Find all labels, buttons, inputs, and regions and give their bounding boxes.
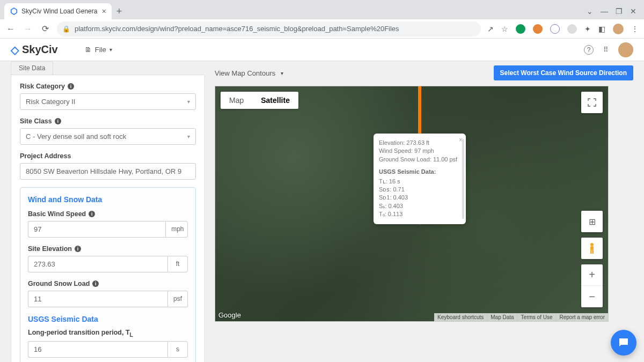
usgs-title: USGS Seismic Data [28,315,188,323]
minimize-icon[interactable]: — [601,7,608,16]
user-avatar[interactable] [618,42,633,57]
info-icon[interactable]: i [75,246,81,252]
keyboard-shortcuts[interactable]: Keyboard shortcuts [434,313,487,321]
url-text: platform.skyciv.com/design/wind?preload_… [75,25,399,33]
zoom-controls: + − [581,264,603,307]
terms-link[interactable]: Terms of Use [517,313,556,321]
wind-snow-title: Wind and Snow Data [28,195,188,204]
chevron-down-icon[interactable]: ⌄ [587,7,593,16]
risk-category-select[interactable]: Risk Category II▾ [20,93,196,110]
ground-snow-input[interactable] [28,291,167,307]
logo[interactable]: ◇ SkyCiv [11,43,58,56]
site-class-label: Site Class i [20,117,196,125]
ground-snow-label: Ground Snow Load i [28,280,188,287]
window-controls: ⌄ — ❐ ✕ [587,7,644,16]
site-elevation-input[interactable] [28,256,167,272]
select-worst-case-button[interactable]: Select Worst Case Wind Source Direction [494,65,633,80]
site-class-select[interactable]: C - Very dense soil and soft rock▾ [20,128,196,145]
map[interactable]: Map Satellite × Elevation: 273.63 ft Win… [215,86,609,322]
map-type-satellite[interactable]: Satellite [252,92,298,109]
tab-site-data[interactable]: Site Data [11,61,53,75]
info-ground-snow: Ground Snow Load: 11.00 psf [379,156,459,164]
chevron-down-icon: ▾ [109,47,112,53]
browser-chrome: SkyCiv Wind Load Genera × + ⌄ — ❐ ✕ ← → … [0,0,644,39]
logo-mark-icon: ◇ [11,43,19,56]
risk-category-label: Risk Category i [20,83,196,90]
back-button[interactable]: ← [5,24,16,34]
unit-label: ft [167,256,188,272]
basic-wind-input[interactable] [28,221,165,238]
google-logo: Google [218,311,241,319]
info-usgs-heading: USGS Seismic Data: [379,168,459,176]
pegman-button[interactable] [581,238,603,259]
map-toolbar: View Map Contours ▾ Select Worst Case Wi… [215,65,633,80]
profile-avatar[interactable] [613,24,624,34]
tab-title: SkyCiv Wind Load Genera [21,8,97,15]
apps-icon[interactable]: ⠿ [603,46,609,54]
svg-rect-2 [590,246,594,250]
chevron-down-icon: ▾ [281,70,283,76]
browser-tab[interactable]: SkyCiv Wind Load Genera × [4,3,112,19]
new-tab-button[interactable]: + [112,4,127,19]
file-label: File [95,46,106,54]
zoom-in-button[interactable]: + [581,264,603,286]
star-icon[interactable]: ☆ [501,25,508,33]
map-type-map[interactable]: Map [221,92,252,109]
url-field[interactable]: 🔒 platform.skyciv.com/design/wind?preloa… [57,21,481,36]
info-icon[interactable]: i [92,280,99,287]
chat-fab[interactable] [611,330,636,356]
project-address-input[interactable] [20,163,196,180]
zoom-out-button[interactable]: − [581,286,603,307]
toolbar-icons: ↗ ☆ ✦ ◧ ⋮ [487,24,639,34]
fullscreen-icon [588,98,596,107]
extension-icon[interactable] [516,24,525,34]
basic-wind-label: Basic Wind Speed i [28,210,188,218]
unit-label: psf [167,291,188,307]
wind-snow-panel: Wind and Snow Data Basic Wind Speed i mp… [20,187,196,362]
map-type-switch: Map Satellite [221,92,298,109]
view-contours-dropdown[interactable]: View Map Contours ▾ [215,69,283,77]
site-data-panel: Risk Category i Risk Category II▾ Site C… [11,75,205,362]
svg-point-1 [590,243,594,246]
long-period-input[interactable] [28,341,167,358]
close-window-icon[interactable]: ✕ [630,7,636,16]
forward-button[interactable]: → [23,24,33,34]
close-tab-icon[interactable]: × [102,7,106,16]
header-right: ? ⠿ [584,42,633,57]
map-info-window: × Elevation: 273.63 ft Wind Speed: 97 mp… [374,134,466,224]
reload-button[interactable]: ⟳ [40,24,50,34]
help-icon[interactable]: ? [584,45,594,55]
fullscreen-button[interactable] [581,92,603,113]
unit-label: s [167,341,188,358]
lock-icon: 🔒 [62,25,70,33]
unit-label: mph [165,221,188,238]
logo-text: SkyCiv [22,43,58,56]
extension-icon[interactable] [567,24,577,34]
extension-icon[interactable] [533,24,543,34]
scrollbar[interactable] [462,139,464,219]
marker-line [418,86,421,136]
map-controls: ⊞ + − [581,211,603,307]
layers-button[interactable]: ⊞ [581,211,603,232]
app-header: ◇ SkyCiv 🗎 File ▾ ? ⠿ [0,39,644,61]
info-icon[interactable]: i [55,118,61,124]
report-error-link[interactable]: Report a map error [556,313,608,321]
svg-rect-4 [592,250,594,254]
info-s1: S₁: 0.403 [379,202,459,210]
project-address-label: Project Address [20,152,196,160]
sidepanel-icon[interactable]: ◧ [598,25,605,33]
left-panel: Site Data Risk Category i Risk Category … [11,61,215,362]
info-elevation: Elevation: 273.63 ft [379,139,459,147]
file-menu[interactable]: 🗎 File ▾ [85,46,112,54]
maximize-icon[interactable]: ❐ [616,7,623,16]
share-icon[interactable]: ↗ [487,25,494,33]
map-data-link[interactable]: Map Data [487,313,517,321]
extensions-icon[interactable]: ✦ [584,25,591,33]
tab-bar: SkyCiv Wind Load Genera × + ⌄ — ❐ ✕ [0,0,644,19]
info-icon[interactable]: i [89,211,95,217]
extension-icon[interactable] [550,24,560,34]
menu-icon[interactable]: ⋮ [631,25,639,33]
chat-icon [617,336,630,349]
map-attribution: Keyboard shortcuts Map Data Terms of Use… [434,313,608,321]
info-icon[interactable]: i [68,83,74,90]
